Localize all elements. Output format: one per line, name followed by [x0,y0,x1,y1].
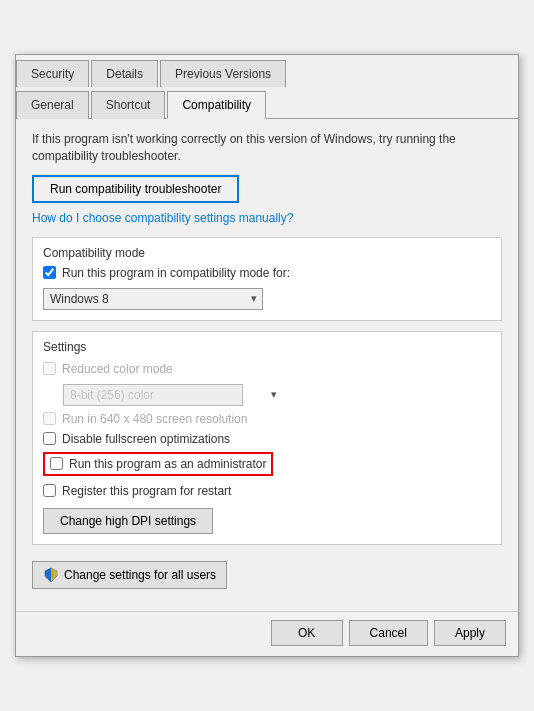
compatibility-mode-section: Compatibility mode Run this program in c… [32,237,502,321]
compatibility-dropdown-wrapper: Windows 8 Windows XP (Service Pack 2) Wi… [43,286,263,310]
description-text: If this program isn't working correctly … [32,131,502,165]
reduced-color-label: Reduced color mode [62,362,173,376]
restart-row: Register this program for restart [43,484,491,498]
resolution-label: Run in 640 x 480 screen resolution [62,412,247,426]
fullscreen-row: Disable fullscreen optimizations [43,432,491,446]
tab-compatibility[interactable]: Compatibility [167,91,266,119]
tab-content: If this program isn't working correctly … [16,119,518,611]
dpi-btn-container: Change high DPI settings [43,504,491,536]
ok-button[interactable]: OK [271,620,343,646]
fullscreen-checkbox[interactable] [43,432,56,445]
settings-section: Settings Reduced color mode 8-bit (256) … [32,331,502,545]
admin-row-container: Run this program as an administrator [43,452,491,480]
tab-security[interactable]: Security [16,60,89,87]
fullscreen-label: Disable fullscreen optimizations [62,432,230,446]
resolution-row: Run in 640 x 480 screen resolution [43,412,491,426]
compatibility-mode-checkbox-row: Run this program in compatibility mode f… [43,266,491,280]
admin-checkbox[interactable] [50,457,63,470]
compatibility-mode-checkbox-label: Run this program in compatibility mode f… [62,266,290,280]
tab-general[interactable]: General [16,91,89,119]
tabs-row-2: General Shortcut Compatibility [16,86,518,119]
compatibility-mode-checkbox[interactable] [43,266,56,279]
restart-checkbox[interactable] [43,484,56,497]
shield-icon [43,567,59,583]
change-settings-label: Change settings for all users [64,568,216,582]
compatibility-dropdown[interactable]: Windows 8 Windows XP (Service Pack 2) Wi… [43,288,263,310]
run-troubleshooter-button[interactable]: Run compatibility troubleshooter [32,175,239,203]
cancel-button[interactable]: Cancel [349,620,428,646]
apply-button[interactable]: Apply [434,620,506,646]
admin-highlight-box: Run this program as an administrator [43,452,273,476]
tab-previous-versions[interactable]: Previous Versions [160,60,286,87]
change-settings-button[interactable]: Change settings for all users [32,561,227,589]
tab-shortcut[interactable]: Shortcut [91,91,166,119]
color-dropdown-wrapper: 8-bit (256) color [63,382,283,406]
dpi-settings-button[interactable]: Change high DPI settings [43,508,213,534]
dialog-window: Security Details Previous Versions Gener… [15,54,519,657]
resolution-checkbox[interactable] [43,412,56,425]
dialog-footer: OK Cancel Apply [16,611,518,656]
settings-label: Settings [43,340,491,354]
compatibility-mode-label: Compatibility mode [43,246,491,260]
restart-label: Register this program for restart [62,484,231,498]
admin-label: Run this program as an administrator [69,457,266,471]
tabs-row-1: Security Details Previous Versions [16,55,518,86]
bottom-area: Change settings for all users [32,555,502,599]
reduced-color-row: Reduced color mode [43,362,491,376]
color-dropdown[interactable]: 8-bit (256) color [63,384,243,406]
tab-details[interactable]: Details [91,60,158,87]
help-link[interactable]: How do I choose compatibility settings m… [32,211,502,225]
reduced-color-checkbox[interactable] [43,362,56,375]
